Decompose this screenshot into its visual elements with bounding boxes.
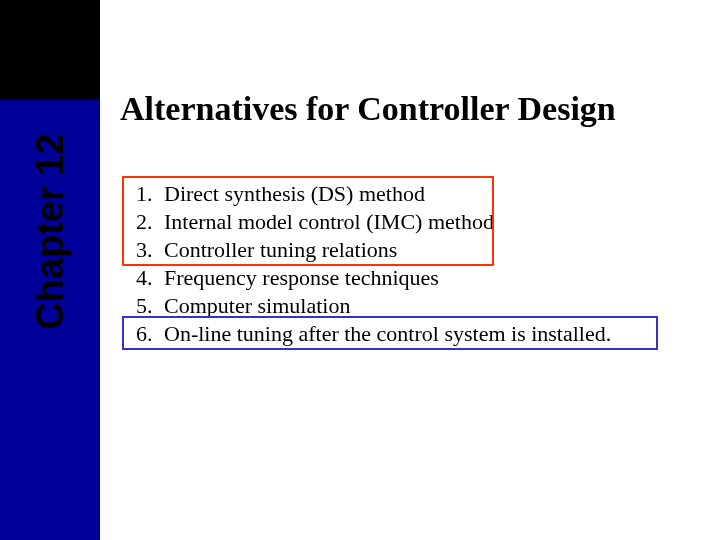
list-item: Controller tuning relations <box>158 236 670 264</box>
numbered-list: Direct synthesis (DS) method Internal mo… <box>130 180 670 348</box>
list-item: Direct synthesis (DS) method <box>158 180 670 208</box>
list-item: Internal model control (IMC) method <box>158 208 670 236</box>
list-item: On-line tuning after the control system … <box>158 320 670 348</box>
slide: Chapter 12 Alternatives for Controller D… <box>0 0 720 540</box>
list-item: Frequency response techniques <box>158 264 670 292</box>
chapter-sidebar: Chapter 12 <box>0 100 100 540</box>
slide-title: Alternatives for Controller Design <box>120 90 710 127</box>
list-item: Computer simulation <box>158 292 670 320</box>
corner-block <box>0 0 100 100</box>
chapter-label: Chapter 12 <box>29 133 72 329</box>
list-container: Direct synthesis (DS) method Internal mo… <box>130 180 670 348</box>
